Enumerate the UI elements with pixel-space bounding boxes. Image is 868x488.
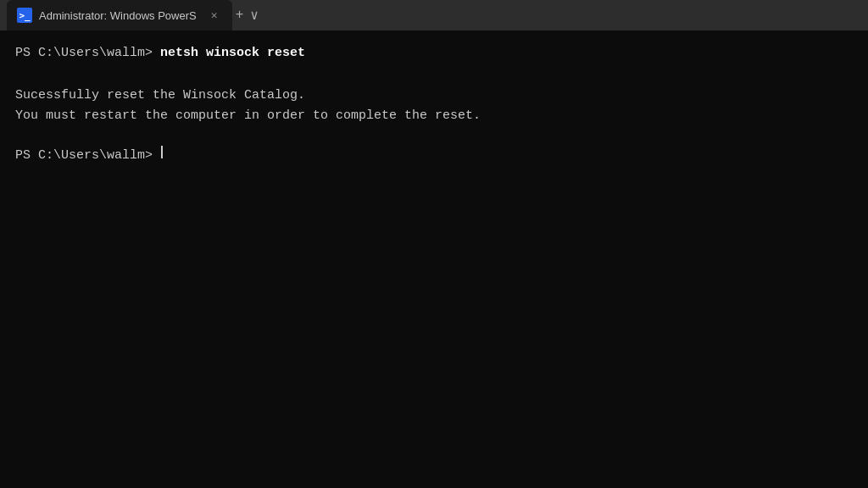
command-text: netsh winsock reset — [160, 44, 305, 64]
ps-logo: >_ — [17, 8, 32, 23]
command-line: PS C:\Users\wallm> netsh winsock reset — [15, 44, 853, 64]
output-line-2: You must restart the computer in order t… — [15, 106, 853, 126]
blank-line-2 — [15, 126, 853, 146]
terminal-window[interactable]: PS C:\Users\wallm> netsh winsock reset S… — [0, 30, 868, 488]
blank-line-1 — [15, 67, 853, 86]
tab-title: Administrator: Windows PowerS — [39, 9, 197, 22]
output-line-1: Sucessfully reset the Winsock Catalog. — [15, 86, 853, 106]
chevron-down-icon: ∨ — [250, 7, 259, 24]
plus-icon: + — [236, 8, 244, 23]
prompt-1: PS C:\Users\wallm> — [15, 44, 160, 64]
powershell-icon: >_ — [17, 8, 32, 23]
tab-close-button[interactable]: ✕ — [207, 8, 222, 23]
new-tab-button[interactable]: + — [232, 4, 248, 26]
titlebar: >_ Administrator: Windows PowerS ✕ + ∨ — [0, 0, 868, 30]
active-tab[interactable]: >_ Administrator: Windows PowerS ✕ — [7, 0, 232, 30]
prompt-2: PS C:\Users\wallm> — [15, 147, 160, 166]
tab-area: >_ Administrator: Windows PowerS ✕ + ∨ — [7, 0, 861, 30]
cursor — [161, 146, 163, 158]
current-prompt-line: PS C:\Users\wallm> — [15, 146, 853, 166]
dropdown-button[interactable]: ∨ — [247, 3, 262, 27]
